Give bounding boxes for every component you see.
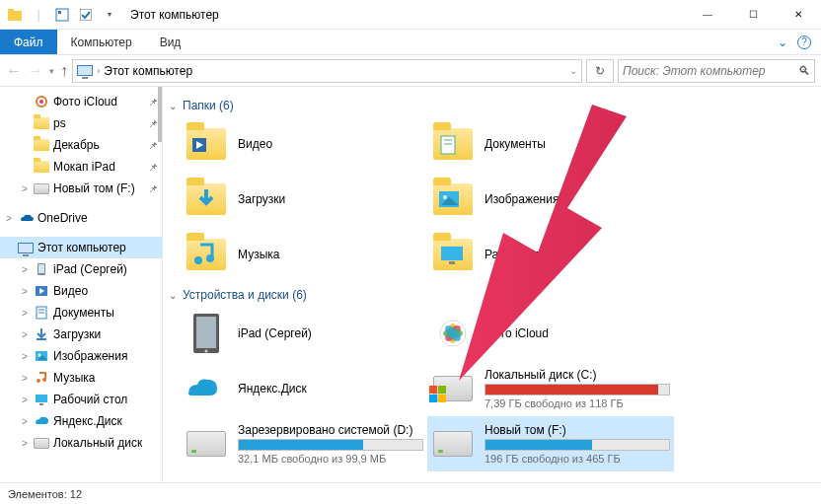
sidebar-item[interactable]: Мокап iPad📌︎: [0, 156, 162, 178]
maximize-button[interactable]: ☐: [730, 0, 776, 30]
item-label: Документы: [485, 137, 670, 151]
expand-icon[interactable]: >: [20, 395, 30, 405]
folder-item[interactable]: Загрузки: [181, 172, 427, 227]
drive-item[interactable]: Локальный диск (C:)7,39 ГБ свободно из 1…: [427, 361, 674, 416]
qat-dropdown-icon[interactable]: ▾: [101, 6, 118, 24]
folder-item[interactable]: Документы: [427, 116, 674, 172]
svg-rect-20: [36, 395, 47, 402]
drive-item[interactable]: iPad (Сергей): [181, 306, 427, 361]
folder-item[interactable]: Музыка: [181, 227, 427, 282]
folder-item[interactable]: Видео: [181, 116, 427, 172]
group-header-drives[interactable]: ⌄ Устройства и диски (6): [169, 288, 813, 302]
expand-icon[interactable]: >: [20, 438, 30, 449]
svg-point-6: [39, 100, 43, 104]
titlebar: | ▾ Этот компьютер — ☐ ✕: [0, 0, 821, 30]
sidebar-item-label: ps: [53, 116, 66, 130]
forward-button[interactable]: →: [28, 62, 43, 80]
group-header-drives-label: Устройства и диски (6): [183, 288, 307, 302]
ribbon-tab-computer[interactable]: Компьютер: [57, 30, 146, 54]
expand-icon[interactable]: >: [20, 351, 30, 362]
sidebar-item[interactable]: >Рабочий стол: [0, 389, 162, 410]
expand-icon[interactable]: >: [20, 264, 30, 275]
scrollbar[interactable]: [158, 87, 162, 142]
sidebar-item[interactable]: >Яндекс.Диск: [0, 410, 162, 432]
folder-item[interactable]: Изображения: [427, 172, 674, 227]
sidebar-item-label: Рабочий стол: [53, 393, 127, 406]
sidebar-item[interactable]: >Локальный диск: [0, 432, 162, 454]
expand-icon[interactable]: >: [20, 373, 30, 384]
sidebar-item[interactable]: >Загрузки: [0, 324, 162, 345]
drive-item[interactable]: Яндекс.Диск: [181, 361, 427, 416]
sidebar-item[interactable]: Фото iCloud📌︎: [0, 91, 162, 112]
file-tab[interactable]: Файл: [0, 30, 57, 54]
drive-icon: [431, 422, 475, 466]
expand-icon[interactable]: >: [20, 183, 30, 194]
checkbox-icon[interactable]: [77, 6, 95, 24]
folder-item[interactable]: Рабочий стол: [427, 227, 674, 282]
svg-point-30: [194, 256, 202, 264]
sidebar-item[interactable]: >Изображения: [0, 345, 162, 367]
search-input[interactable]: Поиск: Этот компьютер 🔍︎: [618, 59, 815, 83]
recent-dropdown-icon[interactable]: ▾: [49, 66, 54, 76]
up-button[interactable]: ↑: [60, 62, 68, 80]
sidebar-item[interactable]: Декабрь📌︎: [0, 134, 162, 156]
sidebar-item-label: Этот компьютер: [37, 241, 126, 254]
sidebar-item[interactable]: >Новый том (F:)📌︎: [0, 178, 162, 199]
docs-icon: [34, 305, 49, 321]
drive-item[interactable]: Зарезервировано системой (D:)32,1 МБ сво…: [181, 416, 427, 471]
divider-icon: |: [30, 6, 47, 24]
svg-rect-24: [441, 136, 455, 154]
drive-item[interactable]: Новый том (F:)196 ГБ свободно из 465 ГБ: [427, 416, 674, 471]
expand-icon[interactable]: >: [20, 416, 30, 427]
ribbon-expand-icon[interactable]: ⌄: [778, 36, 787, 49]
photos-icon: [34, 94, 49, 109]
onedrive-icon: [18, 210, 34, 226]
drive-item[interactable]: Фото iCloud: [427, 306, 674, 361]
capacity-text: 7,39 ГБ свободно из 118 ГБ: [485, 397, 670, 409]
content-pane: ⌄ Папки (6) ВидеоДокументыЗагрузкиИзобра…: [163, 87, 821, 482]
address-bar: ← → ▾ ↑ › Этот компьютер ⌄ ↻ Поиск: Этот…: [0, 55, 821, 87]
minimize-button[interactable]: —: [685, 0, 730, 30]
video-icon: [34, 283, 49, 299]
yadisk-icon: [185, 367, 228, 410]
sidebar-item[interactable]: >Документы: [0, 302, 162, 324]
drives-grid: iPad (Сергей)Фото iCloudЯндекс.ДискЛокал…: [163, 306, 813, 471]
quick-access-toolbar: | ▾: [0, 6, 124, 24]
explorer-icon: [6, 6, 24, 24]
sidebar-item[interactable]: Этот компьютер: [0, 237, 162, 258]
back-button[interactable]: ←: [6, 62, 22, 80]
capacity-text: 196 ГБ свободно из 465 ГБ: [485, 453, 670, 465]
search-icon: 🔍︎: [798, 64, 810, 78]
sidebar-item-label: Изображения: [53, 349, 127, 363]
expand-icon[interactable]: >: [20, 329, 30, 340]
sidebar-item[interactable]: >Видео: [0, 280, 162, 302]
sidebar-item-label: Декабрь: [53, 138, 100, 152]
breadcrumb-label[interactable]: Этот компьютер: [104, 64, 192, 78]
item-label: Новый том (F:): [485, 423, 670, 437]
sidebar-item[interactable]: >OneDrive: [0, 207, 162, 229]
svg-rect-44: [438, 386, 446, 394]
help-icon[interactable]: ?: [797, 36, 811, 49]
close-button[interactable]: ✕: [776, 0, 821, 30]
expand-icon[interactable]: >: [4, 213, 14, 224]
expand-icon[interactable]: >: [20, 308, 30, 319]
item-label: Локальный диск (C:): [485, 368, 670, 382]
refresh-button[interactable]: ↻: [586, 59, 614, 83]
folders-grid: ВидеоДокументыЗагрузкиИзображенияМузыкаР…: [163, 116, 813, 282]
breadcrumb-dropdown-icon[interactable]: ⌄: [569, 65, 577, 76]
ribbon-tab-view[interactable]: Вид: [146, 30, 195, 54]
ribbon-right: ⌄ ?: [778, 30, 821, 54]
capacity-text: 32,1 МБ свободно из 99,9 МБ: [238, 453, 423, 465]
item-label: Зарезервировано системой (D:): [238, 423, 423, 437]
sidebar-item[interactable]: >iPad (Сергей): [0, 258, 162, 280]
folder-icon: [34, 137, 49, 153]
downloads-icon: [34, 326, 49, 342]
properties-icon[interactable]: [53, 6, 71, 24]
sidebar-item[interactable]: ps📌︎: [0, 112, 162, 134]
breadcrumb[interactable]: › Этот компьютер ⌄: [72, 59, 582, 83]
sidebar-item[interactable]: >Музыка: [0, 367, 162, 389]
group-header-folders[interactable]: ⌄ Папки (6): [169, 99, 813, 112]
svg-rect-45: [429, 395, 437, 402]
expand-icon[interactable]: >: [20, 286, 30, 297]
svg-rect-1: [8, 9, 14, 12]
